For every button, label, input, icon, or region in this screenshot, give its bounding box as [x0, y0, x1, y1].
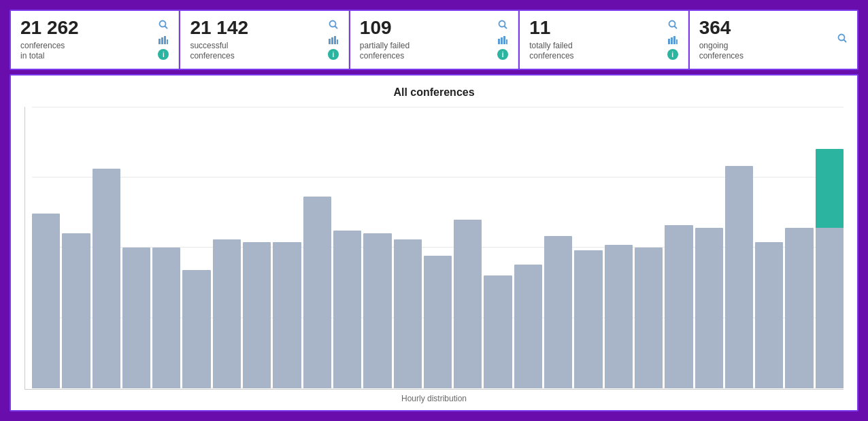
svg-line-19	[674, 27, 676, 29]
bar	[484, 275, 512, 388]
bar	[333, 231, 361, 388]
bar	[243, 242, 271, 388]
bar-col	[665, 107, 692, 388]
info-icon[interactable]: i	[328, 49, 339, 60]
bar-col	[182, 107, 210, 388]
stats-bar: 21 262conferencesin total i21 142success…	[10, 10, 858, 70]
bar-col	[333, 107, 361, 388]
stat-icons-totally-failed: i	[667, 19, 678, 60]
bar	[755, 242, 783, 388]
bar	[363, 233, 391, 388]
svg-rect-9	[331, 37, 333, 44]
stat-icons-total: i	[158, 19, 169, 60]
bar-col	[544, 107, 572, 388]
bar-col	[424, 107, 452, 388]
svg-rect-10	[334, 36, 336, 44]
stat-label-partially-failed: partially failedconferences	[360, 41, 410, 62]
bar	[785, 228, 813, 388]
bar-col	[514, 107, 542, 388]
bar-chart-icon[interactable]	[668, 35, 678, 46]
bar-teal	[816, 149, 844, 228]
bar-chart-icon[interactable]	[329, 35, 338, 46]
search-icon[interactable]	[158, 19, 169, 33]
stat-number-partially-failed: 109	[360, 18, 392, 39]
chart-title: All conferences	[24, 86, 844, 99]
svg-line-25	[844, 40, 846, 42]
svg-line-13	[505, 27, 507, 29]
stat-item-successful: 21 142successfulconferences i	[180, 11, 348, 69]
stat-number-successful: 21 142	[190, 18, 248, 39]
info-icon[interactable]: i	[497, 49, 508, 60]
stat-icons-partially-failed: i	[497, 19, 508, 60]
stat-left-partially-failed: 109partially failedconferences	[360, 18, 410, 62]
svg-rect-3	[161, 37, 163, 44]
stat-number-ongoing: 364	[699, 18, 731, 39]
chart-container: All conferences Hourly distribution	[10, 74, 858, 411]
stat-label-totally-failed: totally failedconferences	[529, 41, 573, 62]
bar-col	[363, 107, 391, 388]
search-icon[interactable]	[837, 33, 848, 46]
bar-col	[122, 107, 150, 388]
bar-col	[635, 107, 663, 388]
svg-rect-11	[337, 39, 338, 44]
bar-chart-icon[interactable]	[498, 35, 507, 46]
bar	[665, 225, 692, 388]
bar	[454, 220, 482, 388]
bar-col	[213, 107, 241, 388]
svg-rect-4	[164, 36, 166, 44]
bar-col	[785, 107, 813, 388]
svg-rect-15	[501, 37, 503, 44]
svg-rect-17	[506, 39, 507, 44]
dashboard-container: 21 262conferencesin total i21 142success…	[5, 5, 863, 416]
stat-left-ongoing: 364ongoingconferences	[699, 18, 744, 62]
bar	[695, 228, 723, 388]
stat-label-ongoing: ongoingconferences	[699, 41, 744, 62]
bar-col	[574, 107, 602, 388]
stat-item-totally-failed: 11totally failedconferences i	[520, 11, 688, 69]
search-icon[interactable]	[497, 19, 508, 33]
bar-chart-icon[interactable]	[158, 35, 168, 46]
info-icon[interactable]: i	[158, 49, 169, 60]
chart-area	[24, 107, 844, 390]
bar	[273, 242, 301, 388]
bar	[213, 239, 241, 388]
bars-wrapper	[24, 107, 844, 390]
stat-icons-successful: i	[328, 19, 339, 60]
svg-rect-14	[498, 39, 500, 44]
svg-rect-20	[668, 39, 670, 44]
stat-left-successful: 21 142successfulconferences	[190, 18, 248, 62]
svg-line-1	[165, 27, 167, 29]
search-icon[interactable]	[328, 19, 339, 33]
search-icon[interactable]	[667, 19, 678, 33]
bar	[574, 250, 602, 388]
stat-icons-ongoing	[837, 33, 848, 46]
bar	[544, 236, 572, 388]
bar	[122, 248, 150, 388]
bar	[32, 214, 60, 388]
bar-col	[32, 107, 60, 388]
bar-col	[394, 107, 422, 388]
bar	[182, 270, 210, 388]
bar	[394, 239, 422, 388]
bar-col	[755, 107, 783, 388]
bar	[152, 248, 180, 388]
svg-rect-2	[158, 39, 161, 44]
bar-col	[816, 107, 844, 388]
bar	[725, 166, 753, 388]
info-icon[interactable]: i	[667, 49, 678, 60]
bar	[62, 233, 90, 388]
bar	[514, 265, 542, 388]
bar-col	[273, 107, 301, 388]
bar-col	[695, 107, 723, 388]
bar	[424, 256, 452, 388]
svg-rect-5	[167, 39, 168, 44]
svg-rect-23	[676, 39, 678, 44]
bar-grey	[816, 228, 844, 388]
stat-number-total: 21 262	[20, 18, 79, 39]
bar-col	[454, 107, 482, 388]
bar-col	[725, 107, 753, 388]
svg-line-7	[335, 27, 337, 29]
stat-item-partially-failed: 109partially failedconferences i	[350, 11, 518, 69]
svg-rect-8	[329, 39, 331, 44]
bar-col	[605, 107, 633, 388]
